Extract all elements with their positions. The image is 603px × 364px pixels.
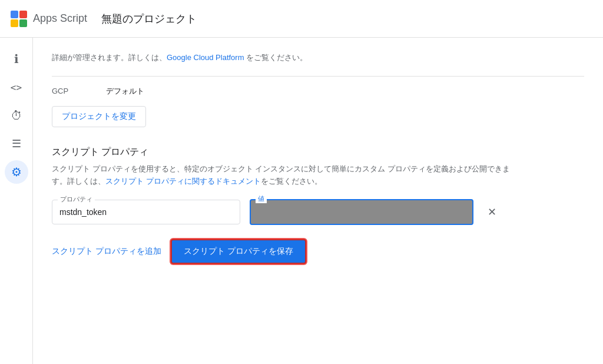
app-name: Apps Script (33, 12, 87, 25)
svg-rect-2 (11, 19, 18, 27)
svg-rect-0 (11, 11, 18, 18)
svg-rect-3 (19, 19, 27, 27)
sidebar-icon-triggers[interactable]: ⏱ (5, 104, 28, 127)
save-property-button[interactable]: スクリプト プロパティを保存 (171, 239, 306, 264)
script-properties-title: スクリプト プロパティ (52, 146, 584, 158)
property-row: プロパティ 値 ✕ (52, 199, 584, 225)
sidebar-icon-executions[interactable]: ☰ (5, 132, 28, 155)
script-properties-doc-link[interactable]: スクリプト プロパティに関するドキュメント (105, 177, 261, 186)
sidebar-icon-code[interactable]: <> (5, 75, 28, 99)
delete-property-button[interactable]: ✕ (483, 203, 501, 221)
change-project-button[interactable]: プロジェクトを変更 (52, 106, 146, 127)
sidebar: ℹ <> ⏱ ☰ ⚙ (0, 38, 33, 364)
main-content: 詳細が管理されます。詳しくは、Google Cloud Platform をご覧… (33, 38, 603, 364)
value-input[interactable] (250, 199, 473, 225)
sidebar-icon-settings[interactable]: ⚙ (5, 160, 28, 184)
property-field-wrapper: プロパティ (52, 200, 240, 224)
svg-rect-1 (19, 11, 27, 18)
gcp-row: GCP デフォルト (52, 86, 584, 97)
value-field-wrapper: 値 (250, 199, 473, 225)
property-label: プロパティ (58, 195, 95, 204)
cloud-platform-info: 詳細が管理されます。詳しくは、Google Cloud Platform をご覧… (52, 52, 584, 64)
gcp-label: GCP (52, 87, 87, 95)
logo-area: Apps Script (9, 9, 101, 28)
google-cloud-platform-link[interactable]: Google Cloud Platform (167, 53, 244, 62)
sidebar-icon-info[interactable]: ℹ (5, 47, 28, 71)
header: Apps Script 無題のプロジェクト (0, 0, 603, 38)
value-label: 値 (256, 194, 267, 203)
apps-script-logo (9, 9, 28, 28)
project-name: 無題のプロジェクト (101, 12, 197, 26)
actions-row: スクリプト プロパティを追加 スクリプト プロパティを保存 (52, 239, 584, 264)
divider-1 (52, 76, 584, 77)
gcp-value: デフォルト (106, 86, 144, 97)
add-property-button[interactable]: スクリプト プロパティを追加 (52, 241, 161, 262)
script-properties-desc: スクリプト プロパティを使用すると、特定のオブジェクト インスタンスに対して簡単… (52, 163, 511, 188)
